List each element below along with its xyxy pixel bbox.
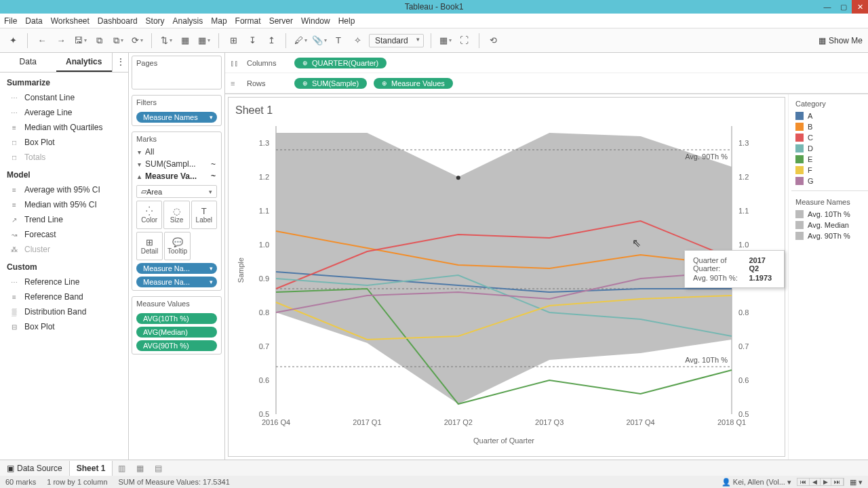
tab-sheet-1[interactable]: Sheet 1 xyxy=(70,461,113,476)
mv-pill-10th[interactable]: AVG(10Th %) xyxy=(136,313,217,324)
mv-pill-median[interactable]: AVG(Median) xyxy=(136,327,217,338)
marks-all[interactable]: ▾All xyxy=(132,146,221,158)
chart-viewport[interactable]: Sheet 1 0.50.50.60.60.70.70.80.80.90.91.… xyxy=(228,97,785,457)
new-data-button[interactable]: ⧉ xyxy=(92,33,106,48)
legend-cat-D[interactable]: D xyxy=(791,143,868,154)
dist-icon: ▒ xyxy=(9,307,19,317)
menu-dashboard[interactable]: Dashboard xyxy=(98,16,138,26)
menu-window[interactable]: Window xyxy=(301,16,330,26)
analytics-dist-band[interactable]: ▒Distribution Band xyxy=(0,304,128,319)
group-button[interactable]: ⊞ xyxy=(226,33,241,48)
menu-help[interactable]: Help xyxy=(338,16,355,26)
filters-card[interactable]: Filters Measure Names▾ xyxy=(132,95,222,126)
sort-button[interactable]: ↧ xyxy=(245,33,260,48)
minimize-button[interactable]: — xyxy=(819,0,835,14)
sort-desc-button[interactable]: ▦ xyxy=(197,33,212,48)
marks-pill-mn-color[interactable]: Measure Na...▾ xyxy=(136,263,217,274)
save-button[interactable]: 🖫 xyxy=(73,33,87,48)
legend-cat-A[interactable]: A xyxy=(791,110,868,121)
analytics-med-ci[interactable]: ≡Median with 95% CI xyxy=(0,197,128,212)
filmstrip-button[interactable]: ▦ ▾ xyxy=(850,478,863,487)
highlight-button[interactable]: 🖊 xyxy=(293,33,308,48)
new-worksheet-button[interactable]: ▥ xyxy=(113,461,131,476)
analytics-constant-line[interactable]: ⋯Constant Line xyxy=(0,90,128,105)
analytics-ref-band[interactable]: ≡Reference Band xyxy=(0,289,128,304)
legend-mn[interactable]: Avg. 10Th % xyxy=(791,209,868,220)
sort-asc-button[interactable]: ▦ xyxy=(178,33,193,48)
redo-button[interactable]: → xyxy=(54,33,68,48)
maximize-button[interactable]: ▢ xyxy=(835,0,852,14)
analytics-box-plot-2[interactable]: ⊟Box Plot xyxy=(0,319,128,334)
analytics-box-plot[interactable]: □Box Plot xyxy=(0,135,128,150)
sort-button-2[interactable]: ↥ xyxy=(264,33,279,48)
legend-cat-F[interactable]: F xyxy=(791,165,868,176)
undo-button[interactable]: ← xyxy=(35,33,50,48)
menu-data[interactable]: Data xyxy=(25,16,42,26)
pages-card[interactable]: Pages xyxy=(132,56,222,89)
analytics-average-line[interactable]: ⋯Average Line xyxy=(0,105,128,120)
section-summarize: Summarize xyxy=(0,73,128,90)
menu-story[interactable]: Story xyxy=(146,16,165,26)
menu-map[interactable]: Map xyxy=(211,16,226,26)
svg-text:1.1: 1.1 xyxy=(259,207,269,215)
legend-cat-G[interactable]: G xyxy=(791,176,868,186)
mark-size[interactable]: ◌Size xyxy=(163,201,189,229)
show-me-button[interactable]: ▦ Show Me xyxy=(818,36,863,45)
marks-measure-values[interactable]: ▴Measure Va...~ xyxy=(132,170,221,182)
legend-cat-C[interactable]: C xyxy=(791,132,868,143)
mark-label[interactable]: TLabel xyxy=(191,201,217,229)
close-button[interactable]: ✕ xyxy=(852,0,868,14)
legend-mn[interactable]: Avg. 90Th % xyxy=(791,230,868,241)
menu-server[interactable]: Server xyxy=(269,16,293,26)
fit-selector[interactable]: Standard xyxy=(369,34,424,47)
menu-worksheet[interactable]: Worksheet xyxy=(51,16,90,26)
mark-detail[interactable]: ⊞Detail xyxy=(136,232,163,260)
refresh-button[interactable]: ⟳ xyxy=(130,33,144,48)
mark-type-selector[interactable]: ▱ Area xyxy=(136,185,217,198)
box-icon: ⊟ xyxy=(9,322,19,331)
nav-buttons[interactable]: ⏮◀▶⏭ xyxy=(797,478,844,486)
swap-button[interactable]: ⇅ xyxy=(159,33,174,48)
rows-pill-measure-values[interactable]: Measure Values xyxy=(374,78,453,89)
new-dashboard-button[interactable]: ▦ xyxy=(131,461,149,476)
svg-text:Quarter of Quarter: Quarter of Quarter xyxy=(473,436,534,445)
filter-pill-measure-names[interactable]: Measure Names▾ xyxy=(136,112,217,123)
tab-analytics[interactable]: Analytics xyxy=(56,53,113,72)
analytics-median-quartiles[interactable]: ≡Median with Quartiles xyxy=(0,120,128,135)
mark-color[interactable]: ⁛Color xyxy=(136,201,162,229)
mv-pill-90th[interactable]: AVG(90Th %) xyxy=(136,340,217,351)
legend-mn[interactable]: Avg. Median xyxy=(791,220,868,230)
analytics-avg-ci[interactable]: ≡Average with 95% CI xyxy=(0,182,128,197)
marks-sum-sample[interactable]: ▾SUM(Sampl...~ xyxy=(132,158,221,170)
mark-tooltip[interactable]: 💬Tooltip xyxy=(164,232,191,260)
analytics-forecast[interactable]: ↝Forecast xyxy=(0,227,128,242)
columns-shelf[interactable]: ⫿⫿ Columns QUARTER(Quarter) xyxy=(225,53,868,73)
attachment-button[interactable]: 📎 xyxy=(312,33,327,48)
logo-icon[interactable]: ✦ xyxy=(5,33,20,48)
tab-data[interactable]: Data xyxy=(0,53,56,72)
legend-cat-B[interactable]: B xyxy=(791,121,868,132)
rows-shelf[interactable]: ≡ Rows SUM(Sample) Measure Values xyxy=(225,73,868,94)
share-button[interactable]: ⟲ xyxy=(486,33,501,48)
pin-button[interactable]: ✧ xyxy=(350,33,365,48)
tab-data-source[interactable]: ▣Data Source xyxy=(0,461,70,476)
menu-analysis[interactable]: Analysis xyxy=(173,16,203,26)
menu-format[interactable]: Format xyxy=(235,16,261,26)
legend-panel: Category ABCDEFG Measure Names Avg. 10Th… xyxy=(788,94,868,460)
new-sheet-button[interactable]: ⧉ xyxy=(111,33,125,48)
cards-button[interactable]: ▦ xyxy=(438,33,453,48)
legend-cat-E[interactable]: E xyxy=(791,154,868,165)
marks-pill-mn-label[interactable]: Measure Na...▾ xyxy=(136,277,217,287)
columns-pill-quarter[interactable]: QUARTER(Quarter) xyxy=(294,58,387,68)
label-button[interactable]: T xyxy=(331,33,346,48)
analytics-ref-line[interactable]: ⋯Reference Line xyxy=(0,274,128,289)
present-button[interactable]: ⛶ xyxy=(457,33,472,48)
analytics-trend-line[interactable]: ↗Trend Line xyxy=(0,212,128,227)
rows-pill-sum-sample[interactable]: SUM(Sample) xyxy=(294,78,367,89)
new-story-button[interactable]: ▤ xyxy=(149,461,167,476)
svg-text:1.0: 1.0 xyxy=(738,241,749,249)
sheet-title: Sheet 1 xyxy=(229,98,785,119)
menu-file[interactable]: File xyxy=(4,16,17,26)
user-menu[interactable]: 👤 Kei, Allen (Vol... ▾ xyxy=(722,478,791,487)
tab-collapse-icon[interactable]: ⋮ xyxy=(112,53,128,72)
